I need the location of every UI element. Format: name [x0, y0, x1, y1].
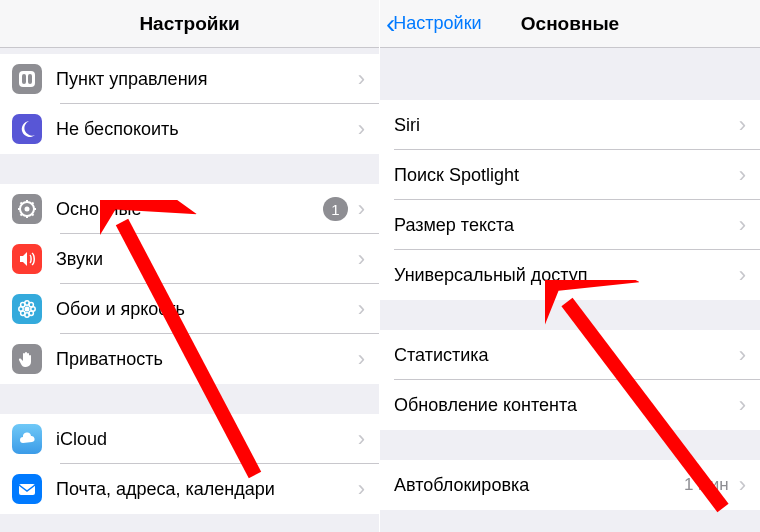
svg-rect-0	[19, 71, 35, 87]
svg-point-21	[29, 303, 33, 307]
hand-icon	[12, 344, 42, 374]
row-label: Не беспокоить	[56, 119, 354, 140]
svg-rect-1	[22, 74, 26, 84]
svg-line-9	[21, 203, 23, 205]
chevron-right-icon: ›	[739, 342, 746, 368]
chevron-right-icon: ›	[358, 296, 365, 322]
chevron-right-icon: ›	[739, 162, 746, 188]
chevron-right-icon: ›	[358, 346, 365, 372]
svg-point-4	[25, 207, 30, 212]
row-label: Звуки	[56, 249, 354, 270]
row-accessibility[interactable]: Универсальный доступ ›	[380, 250, 760, 300]
group-r3: Автоблокировка 1 мин ›	[380, 460, 760, 510]
row-label: Обновление контента	[394, 395, 735, 416]
chevron-right-icon: ›	[358, 196, 365, 222]
svg-point-20	[21, 311, 25, 315]
settings-root-pane: Настройки Пункт управления › Не беспокои…	[0, 0, 380, 532]
row-spotlight[interactable]: Поиск Spotlight ›	[380, 150, 760, 200]
svg-point-18	[21, 303, 25, 307]
svg-line-10	[32, 214, 34, 216]
navbar-left: Настройки	[0, 0, 379, 48]
row-mail[interactable]: Почта, адреса, календари ›	[0, 464, 379, 514]
chevron-right-icon: ›	[358, 246, 365, 272]
row-label: Почта, адреса, календари	[56, 479, 354, 500]
chevron-right-icon: ›	[739, 472, 746, 498]
row-autolock[interactable]: Автоблокировка 1 мин ›	[380, 460, 760, 510]
back-label: Настройки	[393, 13, 481, 34]
svg-line-12	[32, 203, 34, 205]
navbar-right: ‹ Настройки Основные	[380, 0, 760, 48]
chevron-right-icon: ›	[358, 116, 365, 142]
svg-point-19	[29, 311, 33, 315]
nav-title-right: Основные	[521, 13, 619, 35]
group-middle: Основные 1 › Звуки › Обои и яркость ›	[0, 184, 379, 384]
row-label: Обои и яркость	[56, 299, 354, 320]
flower-icon	[12, 294, 42, 324]
row-textsize[interactable]: Размер текста ›	[380, 200, 760, 250]
row-label: Siri	[394, 115, 735, 136]
moon-icon	[12, 114, 42, 144]
row-usage[interactable]: Статистика ›	[380, 330, 760, 380]
group-top: Пункт управления › Не беспокоить ›	[0, 54, 379, 154]
group-r2: Статистика › Обновление контента ›	[380, 330, 760, 430]
svg-rect-2	[28, 74, 32, 84]
speaker-icon	[12, 244, 42, 274]
back-button[interactable]: ‹ Настройки	[386, 10, 482, 38]
mail-icon	[12, 474, 42, 504]
row-control-center[interactable]: Пункт управления ›	[0, 54, 379, 104]
chevron-right-icon: ›	[739, 392, 746, 418]
group-r1: Siri › Поиск Spotlight › Размер текста ›…	[380, 100, 760, 300]
row-general[interactable]: Основные 1 ›	[0, 184, 379, 234]
row-label: Основные	[56, 199, 323, 220]
nav-title-left: Настройки	[139, 13, 239, 35]
cloud-icon	[12, 424, 42, 454]
row-background-refresh[interactable]: Обновление контента ›	[380, 380, 760, 430]
group-bottom: iCloud › Почта, адреса, календари ›	[0, 414, 379, 514]
chevron-right-icon: ›	[358, 66, 365, 92]
row-label: Пункт управления	[56, 69, 354, 90]
row-siri[interactable]: Siri ›	[380, 100, 760, 150]
row-privacy[interactable]: Приватность ›	[0, 334, 379, 384]
control-center-icon	[12, 64, 42, 94]
row-label: iCloud	[56, 429, 354, 450]
chevron-right-icon: ›	[358, 426, 365, 452]
row-label: Приватность	[56, 349, 354, 370]
row-icloud[interactable]: iCloud ›	[0, 414, 379, 464]
row-label: Размер текста	[394, 215, 735, 236]
row-sounds[interactable]: Звуки ›	[0, 234, 379, 284]
row-label: Статистика	[394, 345, 735, 366]
gear-icon	[12, 194, 42, 224]
svg-rect-22	[19, 484, 35, 495]
svg-line-11	[21, 214, 23, 216]
badge-icon: 1	[323, 197, 347, 221]
chevron-right-icon: ›	[739, 262, 746, 288]
general-pane: ‹ Настройки Основные Siri › Поиск Spotli…	[380, 0, 760, 532]
row-value: 1 мин	[684, 475, 729, 495]
row-label: Поиск Spotlight	[394, 165, 735, 186]
chevron-right-icon: ›	[739, 212, 746, 238]
chevron-right-icon: ›	[358, 476, 365, 502]
row-wallpaper[interactable]: Обои и яркость ›	[0, 284, 379, 334]
chevron-right-icon: ›	[739, 112, 746, 138]
row-dnd[interactable]: Не беспокоить ›	[0, 104, 379, 154]
svg-point-13	[25, 307, 30, 312]
row-label: Универсальный доступ	[394, 265, 735, 286]
row-label: Автоблокировка	[394, 475, 684, 496]
